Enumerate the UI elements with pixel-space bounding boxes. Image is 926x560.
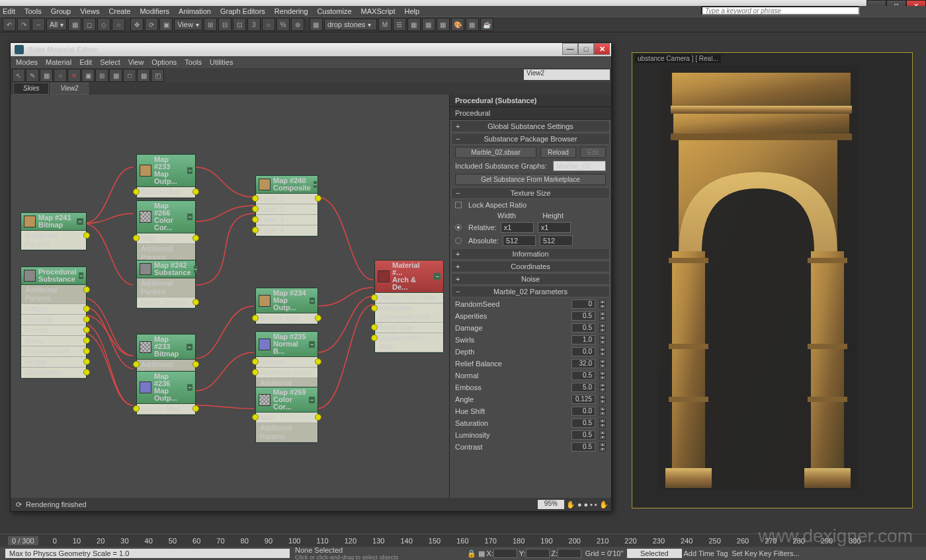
teapot-icon[interactable]: ☕ bbox=[480, 18, 493, 31]
x-field[interactable] bbox=[493, 549, 517, 558]
menu-edit[interactable]: Edit bbox=[3, 7, 15, 15]
menu-customize[interactable]: Customize bbox=[317, 7, 352, 15]
node-map-242[interactable]: Map #242Substance− Additional Params Moo… bbox=[136, 260, 196, 309]
node-map-236[interactable]: Map #236Map Outp...− Source Map bbox=[136, 371, 196, 415]
cir-icon[interactable]: ● bbox=[577, 500, 582, 508]
slate-minimize-button[interactable]: — bbox=[562, 43, 578, 55]
tool-icon[interactable]: ▦ bbox=[40, 69, 53, 82]
spinner-buttons[interactable]: ▲▼ bbox=[599, 442, 606, 452]
tool-icon[interactable]: % bbox=[276, 18, 290, 31]
scale-icon[interactable]: ▣ bbox=[159, 18, 173, 31]
cir-icon[interactable]: ● bbox=[584, 500, 589, 508]
tool-icon[interactable]: ↷ bbox=[17, 18, 30, 31]
sets-dropdown[interactable]: drop stones ▾ bbox=[324, 19, 377, 30]
keyfilters-button[interactable]: Key Filters... bbox=[759, 549, 799, 557]
tool-icon[interactable]: ○ bbox=[112, 18, 125, 31]
y-field[interactable] bbox=[526, 549, 550, 558]
tool-icon[interactable]: ▦ bbox=[310, 18, 323, 31]
tool-icon[interactable]: ⎓ bbox=[32, 18, 45, 31]
tool-icon[interactable]: ⊡ bbox=[233, 18, 246, 31]
menu-create[interactable]: Create bbox=[108, 7, 130, 15]
lock-icon[interactable]: 🔒 bbox=[467, 549, 476, 558]
node-map-234[interactable]: Map #234Map Outp...− Source Map bbox=[255, 288, 318, 325]
node-procedural-substance[interactable]: ProceduralSubstance− Additional Params D… bbox=[21, 266, 87, 379]
section-info[interactable]: +Information bbox=[451, 248, 610, 260]
zoom-field[interactable]: 95% bbox=[538, 500, 564, 509]
tool-icon[interactable]: ▦ bbox=[407, 18, 421, 31]
spinner-buttons[interactable]: ▲▼ bbox=[599, 323, 606, 333]
coord-icon[interactable]: ▦ bbox=[478, 549, 485, 558]
spinner-buttons[interactable]: ▲▼ bbox=[599, 335, 606, 344]
menu-maxscript[interactable]: MAXScript bbox=[361, 7, 396, 15]
param-spinner[interactable]: 0.0 bbox=[571, 407, 595, 416]
param-spinner[interactable]: 0.5 bbox=[571, 311, 595, 321]
z-field[interactable] bbox=[558, 549, 581, 558]
tool-icon[interactable]: ▦ bbox=[422, 18, 435, 31]
tool-icon[interactable]: ↶ bbox=[3, 18, 16, 31]
node-map-266[interactable]: Map #266Color Cor...− Map Additional Par… bbox=[136, 200, 196, 264]
spinner-buttons[interactable]: ▲▼ bbox=[599, 311, 606, 321]
file-button[interactable]: Marble_02.sbsar bbox=[455, 147, 536, 158]
hand-icon[interactable]: ✋ bbox=[599, 500, 609, 509]
snap-icon[interactable]: ∩ bbox=[262, 18, 275, 31]
spinner-buttons[interactable]: ▲▼ bbox=[599, 419, 606, 428]
param-spinner[interactable]: 0.5 bbox=[571, 442, 595, 452]
tool-icon[interactable]: ▦ bbox=[466, 18, 479, 31]
param-spinner[interactable]: 0.125 bbox=[571, 395, 595, 404]
slate-menu-options[interactable]: Options bbox=[151, 58, 177, 66]
reload-button[interactable]: Reload bbox=[540, 147, 576, 158]
tool-icon[interactable]: ☰ bbox=[393, 18, 406, 31]
viewport[interactable]: ubstance Camera ] [ Real... bbox=[632, 52, 913, 508]
setkey-button[interactable]: Set Key bbox=[732, 549, 757, 557]
node-bitmap-241[interactable]: Map #241Bitmap− Additional Params bbox=[21, 212, 87, 251]
tool-icon[interactable]: ▦ bbox=[68, 18, 81, 31]
spinner-buttons[interactable]: ▲▼ bbox=[599, 383, 606, 392]
param-spinner[interactable]: 1.0 bbox=[571, 335, 595, 344]
spinner-buttons[interactable]: ▲▼ bbox=[599, 347, 606, 356]
slate-menu-utilities[interactable]: Utilities bbox=[210, 58, 233, 66]
spinner-buttons[interactable]: ▲▼ bbox=[599, 395, 606, 404]
delete-icon[interactable]: ✕ bbox=[67, 69, 81, 82]
search-input[interactable] bbox=[701, 6, 860, 15]
tool-icon[interactable]: 3 bbox=[247, 18, 261, 31]
tool-icon[interactable]: ⊞ bbox=[95, 69, 108, 82]
time-tag[interactable]: Add Time Tag bbox=[684, 549, 728, 557]
menu-help[interactable]: Help bbox=[405, 7, 420, 15]
menu-group[interactable]: Group bbox=[51, 7, 71, 15]
tool-icon[interactable]: ✎ bbox=[26, 69, 39, 82]
spinner-buttons[interactable]: ▲▼ bbox=[599, 300, 606, 309]
spinner-buttons[interactable]: ▲▼ bbox=[599, 430, 606, 440]
menu-animation[interactable]: Animation bbox=[179, 7, 211, 15]
tool-icon[interactable]: ▦ bbox=[437, 18, 450, 31]
param-spinner[interactable]: 0.5 bbox=[571, 419, 595, 428]
slate-menu-edit[interactable]: Edit bbox=[79, 58, 92, 66]
spinner-buttons[interactable]: ▲▼ bbox=[599, 359, 606, 368]
menu-graph-editors[interactable]: Graph Editors bbox=[220, 7, 265, 15]
node-map-269[interactable]: Map #269Color Cor...− Map Additional Par… bbox=[255, 387, 318, 443]
node-graph[interactable]: Map #241Bitmap− Additional Params Proced… bbox=[11, 95, 449, 498]
graphs-dropdown[interactable]: Marble_02 bbox=[553, 161, 606, 171]
section-global[interactable]: +Global Substance Settings bbox=[451, 120, 610, 132]
sq-icon[interactable]: ▪ bbox=[590, 500, 593, 508]
tool-icon[interactable]: ⊟ bbox=[218, 18, 232, 31]
pan-icon[interactable]: ✋ bbox=[566, 500, 575, 509]
tool-icon[interactable]: ◇ bbox=[97, 18, 110, 31]
slate-menu-view[interactable]: View bbox=[128, 58, 144, 66]
menu-tools[interactable]: Tools bbox=[24, 7, 42, 15]
slate-titlebar[interactable]: Slate Material Editor — □ ✕ bbox=[11, 43, 611, 56]
param-spinner[interactable]: 0.5 bbox=[571, 371, 595, 380]
section-browser[interactable]: −Substance Package Browser bbox=[451, 133, 610, 145]
tool-icon[interactable]: ◻ bbox=[83, 18, 96, 31]
node-map-233-outp[interactable]: Map #233Map Outp...− Source Map bbox=[136, 154, 196, 198]
slate-maximize-button[interactable]: □ bbox=[578, 43, 594, 55]
width-abs-dropdown[interactable]: 512 bbox=[503, 235, 536, 246]
rotate-icon[interactable]: ⟳ bbox=[145, 18, 158, 31]
coord-dropdown[interactable]: View ▾ bbox=[174, 19, 202, 30]
param-spinner[interactable]: 0.0 bbox=[571, 347, 595, 356]
node-material-arch[interactable]: Material #...Arch & De...− Diffuse Color… bbox=[374, 260, 444, 353]
move-icon[interactable]: ✥ bbox=[130, 18, 144, 31]
lock-checkbox[interactable] bbox=[455, 202, 462, 208]
param-spinner[interactable]: 32.0 bbox=[571, 359, 595, 368]
tool-icon[interactable]: M bbox=[378, 18, 392, 31]
height-rel-dropdown[interactable]: x1 bbox=[538, 222, 571, 233]
